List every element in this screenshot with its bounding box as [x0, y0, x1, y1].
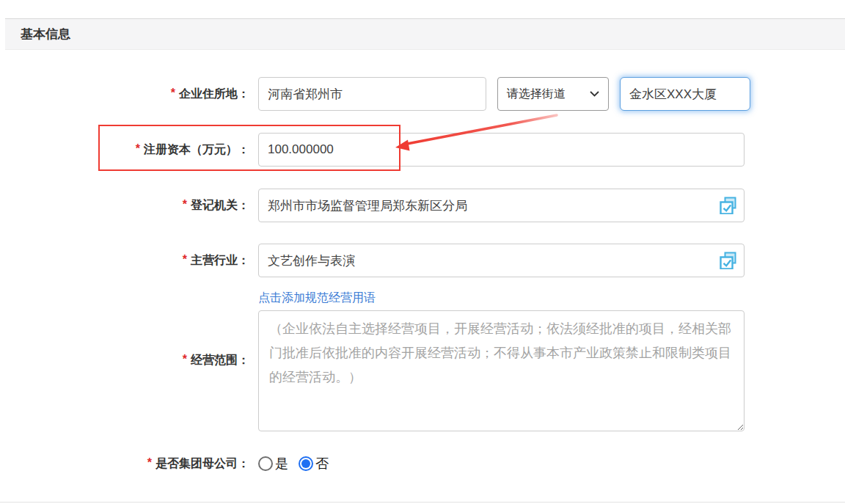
picker-check-icon[interactable]	[720, 197, 737, 214]
form-row-scope: *经营范围： 点击添加规范经营用语	[0, 290, 845, 431]
industry-label-text: 主营行业：	[191, 254, 249, 266]
authority-input[interactable]	[258, 189, 745, 222]
basic-info-form: *企业住所地： 请选择街道 *注册资本（万元）：	[0, 50, 845, 472]
address-label-text: 企业住所地：	[179, 87, 249, 100]
section-header: 基本信息	[5, 18, 845, 50]
capital-label: *注册资本（万元）：	[0, 142, 249, 158]
radio-yes-label: 是	[275, 455, 288, 472]
street-select-value: 请选择街道	[507, 87, 566, 102]
chevron-down-icon	[590, 91, 599, 97]
street-select[interactable]: 请选择街道	[497, 77, 609, 111]
form-row-address: *企业住所地： 请选择街道	[0, 77, 845, 111]
address-city-input[interactable]	[258, 77, 486, 111]
required-asterisk: *	[183, 253, 187, 266]
capital-fields	[258, 133, 745, 167]
address-detail-input[interactable]	[620, 77, 750, 111]
group-parent-fields: 是 否	[258, 455, 339, 472]
radio-checked-icon[interactable]	[299, 456, 313, 471]
authority-label: *登记机关：	[0, 198, 249, 213]
required-asterisk: *	[136, 142, 140, 155]
scope-label: *经营范围：	[0, 353, 249, 368]
required-asterisk: *	[147, 456, 152, 469]
scope-fields: 点击添加规范经营用语	[258, 290, 745, 431]
required-asterisk: *	[183, 198, 187, 211]
authority-fields	[258, 189, 745, 222]
form-row-industry: *主营行业：	[0, 244, 845, 277]
scope-label-text: 经营范围：	[191, 354, 249, 366]
radio-unchecked-icon[interactable]	[258, 456, 273, 471]
form-row-authority: *登记机关：	[0, 189, 845, 222]
industry-fields	[258, 244, 745, 277]
capital-input[interactable]	[258, 133, 745, 167]
group-parent-label-text: 是否集团母公司：	[156, 457, 249, 470]
basic-info-panel: 基本信息 *企业住所地： 请选择街道 *注册资本（万元）：	[0, 0, 845, 504]
address-label: *企业住所地：	[0, 87, 249, 102]
scope-textarea[interactable]	[258, 310, 745, 431]
radio-option-no[interactable]: 否	[299, 455, 329, 472]
radio-no-label: 否	[315, 455, 329, 472]
industry-input[interactable]	[258, 244, 745, 277]
capital-label-text: 注册资本（万元）：	[144, 143, 249, 156]
form-row-group-parent: *是否集团母公司： 是 否	[0, 455, 845, 472]
add-scope-terms-link[interactable]: 点击添加规范经营用语	[258, 290, 376, 306]
required-asterisk: *	[183, 353, 187, 365]
address-fields: 请选择街道	[258, 77, 750, 111]
industry-label: *主营行业：	[0, 253, 249, 269]
picker-check-icon[interactable]	[720, 252, 737, 269]
bottom-divider	[0, 502, 845, 503]
group-parent-radio-group: 是 否	[258, 455, 339, 472]
authority-label-text: 登记机关：	[191, 199, 249, 211]
group-parent-label: *是否集团母公司：	[0, 456, 249, 472]
section-title: 基本信息	[21, 26, 70, 43]
form-row-capital: *注册资本（万元）：	[0, 133, 845, 167]
required-asterisk: *	[171, 87, 175, 99]
radio-option-yes[interactable]: 是	[258, 455, 288, 472]
